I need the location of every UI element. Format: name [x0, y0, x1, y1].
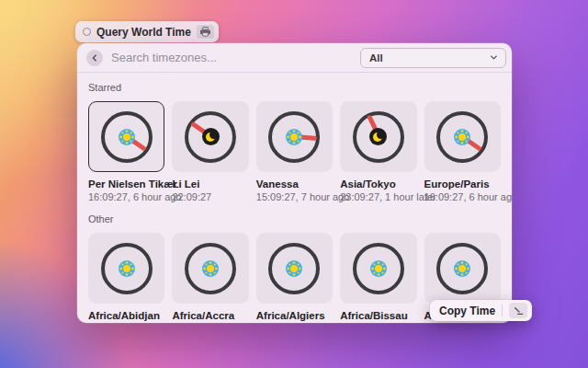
timezone-card[interactable] — [424, 233, 501, 304]
clock-face — [268, 243, 320, 294]
day-night-icon — [119, 129, 135, 145]
timezone-cell: Li Lei 22:09:27 — [172, 101, 248, 202]
timezone-time: 16:09:27, 6 hour ago — [424, 192, 501, 202]
timezone-cell: Per Nielsen Tikær 16:09:27, 6 hour ago — [88, 101, 164, 202]
clock-face — [436, 243, 488, 294]
chevron-left-icon — [90, 53, 99, 63]
timezone-name: Africa/Algiers — [256, 310, 333, 321]
timezone-card[interactable] — [340, 101, 416, 172]
timezone-name: Africa/Accra — [172, 310, 248, 321]
search-input[interactable] — [111, 51, 352, 64]
timezone-card[interactable] — [256, 101, 333, 172]
world-time-panel: All Starred Per Nielsen Ti — [77, 43, 512, 323]
clock-face — [353, 243, 404, 294]
timezone-time: 15:09:27, 7 hour ago — [256, 192, 333, 202]
day-night-icon — [454, 129, 470, 145]
timezone-cell: Africa/Algiers — [256, 233, 333, 321]
day-night-icon — [119, 260, 135, 277]
day-night-icon — [369, 128, 387, 145]
timezone-card[interactable] — [340, 233, 416, 304]
day-night-icon — [454, 260, 470, 277]
timezone-card[interactable] — [256, 233, 333, 304]
launcher-pill[interactable]: Query World Time — [75, 21, 219, 42]
enter-key-icon — [509, 303, 527, 318]
clock-face — [185, 243, 236, 294]
clock-face — [185, 111, 236, 163]
timezone-name: Per Nielsen Tikær — [88, 178, 164, 190]
copy-time-action[interactable]: Copy Time — [430, 300, 532, 321]
timezone-name: Vanessa — [256, 178, 333, 190]
search-bar: All — [77, 43, 512, 73]
filter-dropdown[interactable]: All — [360, 48, 506, 68]
back-button[interactable] — [86, 50, 103, 66]
dropdown-value: All — [369, 52, 383, 63]
printer-icon — [197, 25, 214, 39]
tooltip-divider — [502, 305, 503, 316]
copy-time-label: Copy Time — [439, 305, 495, 317]
clock-face — [268, 111, 320, 163]
day-night-icon — [202, 260, 219, 277]
clock-face — [101, 111, 153, 163]
timezone-cell: Africa/Abidjan — [88, 233, 164, 321]
timezone-name: Asia/Tokyo — [340, 178, 416, 190]
timezone-cell: Asia/Tokyo 23:09:27, 1 hour later — [340, 101, 416, 202]
timezone-cell: Europe/Paris 16:09:27, 6 hour ago — [424, 101, 501, 202]
clock-face — [436, 111, 488, 163]
timezone-name: Africa/Abidjan — [88, 310, 164, 321]
timezone-time: 16:09:27, 6 hour ago — [88, 192, 164, 202]
timezone-card[interactable] — [88, 101, 164, 172]
timezone-card[interactable] — [172, 101, 248, 172]
command-label: Query World Time — [96, 26, 191, 39]
section-label-starred: Starred — [88, 82, 501, 94]
timezone-cell: Africa/Accra — [172, 233, 248, 321]
section-label-other: Other — [88, 213, 501, 225]
timezone-time: 22:09:27 — [172, 192, 248, 202]
command-circle-icon — [83, 28, 91, 36]
panel-content: Starred Per Nielsen Tikær 16:09:27, 6 ho… — [77, 82, 512, 321]
day-night-icon — [202, 128, 220, 145]
timezone-cell: Vanessa 15:09:27, 7 hour ago — [256, 101, 333, 202]
timezone-time: 23:09:27, 1 hour later — [340, 192, 416, 202]
timezone-name: Europe/Paris — [424, 178, 501, 190]
desktop-background: Query World Time All — [0, 0, 588, 368]
timezone-card[interactable] — [424, 101, 501, 172]
starred-grid: Per Nielsen Tikær 16:09:27, 6 hour ago L… — [88, 101, 501, 202]
chevron-down-icon — [489, 52, 499, 63]
day-night-icon — [286, 129, 302, 145]
timezone-name: Africa/Bissau — [340, 310, 416, 321]
day-night-icon — [286, 260, 302, 277]
day-night-icon — [370, 260, 387, 277]
timezone-card[interactable] — [88, 233, 164, 304]
timezone-name: Li Lei — [172, 178, 248, 190]
timezone-cell: Africa/Bissau — [340, 233, 416, 321]
clock-face — [101, 243, 153, 294]
timezone-card[interactable] — [172, 233, 248, 304]
clock-face — [353, 111, 404, 163]
